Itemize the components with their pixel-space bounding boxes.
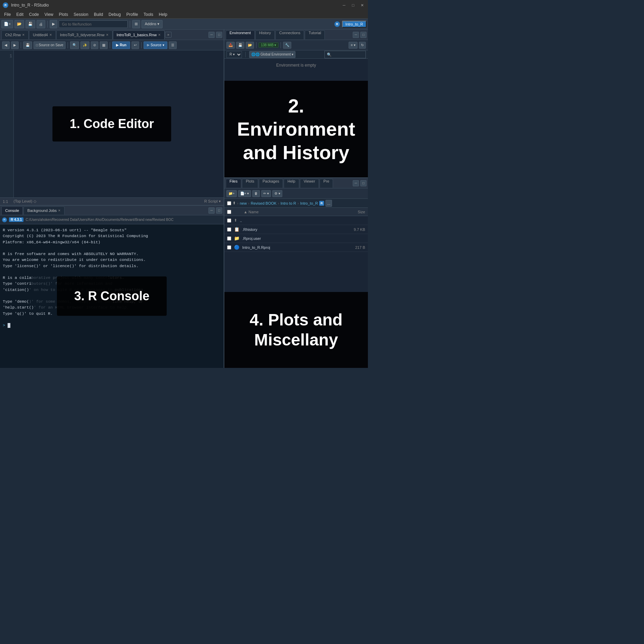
format-button[interactable]: ▦ — [100, 41, 108, 49]
editor-tab-ch2[interactable]: Ch2.Rnw ✕ — [1, 30, 29, 39]
files-tab-help[interactable]: Help — [284, 179, 299, 188]
menu-edit[interactable]: Edit — [13, 11, 26, 18]
env-tab-history[interactable]: History — [255, 30, 275, 39]
memory-badge[interactable]: 138 MiB ▾ — [258, 42, 279, 48]
menu-session[interactable]: Session — [71, 11, 91, 18]
menu-plots[interactable]: Plots — [56, 11, 71, 18]
file-up-row[interactable]: ⬆ .. — [224, 216, 368, 225]
r-console-icon[interactable]: R — [2, 217, 7, 222]
console-tab-background-jobs[interactable]: Background Jobs ✕ — [23, 206, 65, 215]
new-file-files-button[interactable]: 📄+ ▾ — [238, 190, 251, 197]
breadcrumb-new[interactable]: new — [240, 201, 247, 205]
wand-button[interactable]: ⊘ — [91, 41, 98, 49]
menu-debug[interactable]: Debug — [106, 11, 124, 18]
up-folder-link[interactable]: .. — [240, 218, 365, 223]
menu-build[interactable]: Build — [91, 11, 106, 18]
breadcrumb-checkbox[interactable] — [227, 201, 231, 205]
breadcrumb-more-button[interactable]: ... — [325, 200, 332, 207]
close-tab-basics[interactable]: ✕ — [158, 33, 161, 37]
print-button[interactable]: 🖨 — [37, 20, 45, 28]
maximize-console-button[interactable]: □ — [216, 207, 222, 214]
console-prompt-line[interactable]: > — [3, 322, 221, 328]
save-file-button[interactable]: 💾 — [23, 41, 32, 49]
maximize-env-button[interactable]: □ — [360, 32, 367, 38]
close-tab-tidyverse[interactable]: ✕ — [106, 33, 109, 37]
minimize-button[interactable]: ─ — [341, 2, 347, 8]
maximize-button[interactable]: □ — [350, 2, 356, 8]
go-to-file-button[interactable]: ▶ — [50, 20, 57, 28]
project-button[interactable]: Intro_to_R — [342, 21, 367, 28]
file-rprojuser-checkbox[interactable] — [227, 236, 231, 241]
source-more-button[interactable]: ☰ — [169, 41, 177, 49]
magic-button[interactable]: ✨ — [80, 41, 89, 49]
env-tab-environment[interactable]: Environment — [226, 30, 255, 39]
file-rhistory-checkbox[interactable] — [227, 227, 231, 232]
file-row-rhistory[interactable]: 📋 .Rhistory 9.7 KB — [224, 225, 368, 234]
file-rproj-checkbox[interactable] — [227, 245, 231, 250]
close-tab-untitled4[interactable]: ✕ — [49, 33, 52, 37]
forward-button[interactable]: ▶ — [11, 41, 19, 49]
r-version-dropdown[interactable]: R ▾ — [226, 51, 242, 58]
menu-view[interactable]: View — [42, 11, 56, 18]
back-button[interactable]: ◀ — [2, 41, 10, 49]
menu-code[interactable]: Code — [26, 11, 42, 18]
run-button[interactable]: ▶ Run — [112, 41, 130, 49]
menu-tools[interactable]: Tools — [141, 11, 156, 18]
editor-tab-untitled4[interactable]: Untitled4 ✕ — [29, 30, 56, 39]
env-search-input[interactable] — [324, 51, 366, 58]
breadcrumb-intro-to-r[interactable]: Intro to R — [281, 201, 296, 205]
files-more-button[interactable]: ⚙ ▾ — [272, 190, 282, 197]
minimize-editor-button[interactable]: ─ — [208, 32, 215, 38]
file-up-checkbox[interactable] — [227, 218, 231, 223]
console-tab-console[interactable]: Console — [1, 206, 23, 215]
editor-tab-tidyverse[interactable]: IntroToR_3_tidyverse.Rnw ✕ — [56, 30, 113, 39]
menu-profile[interactable]: Profile — [124, 11, 141, 18]
new-file-button[interactable]: 📄+ — [1, 20, 13, 28]
env-list-button[interactable]: ≡ ▾ — [349, 42, 358, 49]
maximize-editor-button[interactable]: □ — [216, 32, 222, 38]
addins-button[interactable]: Addins ▾ — [142, 20, 163, 28]
minimize-files-button[interactable]: ─ — [353, 180, 359, 186]
file-row-rproj[interactable]: 🔵 Intro_to_R.Rproj 217 B — [224, 243, 368, 252]
files-select-all[interactable] — [227, 210, 231, 214]
open-file-button[interactable]: 📂 — [14, 20, 24, 28]
save-button[interactable]: 💾 — [26, 20, 35, 28]
env-tab-connections[interactable]: Connections — [275, 30, 304, 39]
go-to-file-input[interactable] — [59, 20, 128, 28]
breadcrumb-intro-to-r-folder[interactable]: Intro_to_R — [300, 201, 318, 205]
env-import-button[interactable]: 📥 — [226, 42, 235, 49]
source-on-save-button[interactable]: □ Source on Save — [33, 41, 66, 49]
file-type[interactable]: R Script ▾ — [204, 199, 221, 204]
env-load-button[interactable]: 📂 — [246, 42, 254, 49]
rename-file-button[interactable]: ✏ ▾ — [261, 190, 271, 197]
rerun-button[interactable]: ↩ — [131, 41, 139, 49]
global-env-button[interactable]: 🌐 🌐 Global Environment ▾ — [249, 51, 295, 58]
files-tab-viewer[interactable]: Viewer — [300, 179, 319, 188]
editor-tab-basics[interactable]: IntroToR_1_basics.Rnw ✕ — [113, 30, 165, 39]
new-folder-button[interactable]: 📁+ — [226, 190, 237, 197]
menu-help[interactable]: Help — [156, 11, 170, 18]
delete-file-button[interactable]: 🗑 — [252, 190, 260, 197]
breadcrumb-revised-book[interactable]: Revised BOOK — [251, 201, 277, 205]
source-button[interactable]: ⊳ Source ▾ — [144, 41, 167, 49]
minimize-console-button[interactable]: ─ — [208, 207, 215, 214]
files-tab-plots[interactable]: Plots — [242, 179, 258, 188]
files-tab-packages[interactable]: Packages — [259, 179, 283, 188]
tab-overflow-button[interactable]: » — [165, 32, 172, 38]
file-row-rproj-user[interactable]: 📁 .Rproj.user — [224, 234, 368, 243]
close-background-jobs[interactable]: ✕ — [58, 209, 61, 212]
env-refresh-button[interactable]: ↻ — [359, 42, 366, 49]
files-tab-pre[interactable]: Pre — [320, 179, 333, 188]
console-content[interactable]: R version 4.3.1 (2023-06-16 ucrt) -- "Be… — [0, 224, 224, 368]
env-save-button[interactable]: 💾 — [236, 42, 244, 49]
grid-button[interactable]: ⊞ — [132, 20, 140, 28]
close-button[interactable]: ✕ — [359, 2, 365, 8]
minimize-env-button[interactable]: ─ — [353, 32, 359, 38]
env-tab-tutorial[interactable]: Tutorial — [305, 30, 325, 39]
close-tab-ch2[interactable]: ✕ — [22, 33, 25, 37]
env-settings-button[interactable]: 🔧 — [283, 42, 291, 49]
files-tab-files[interactable]: Files — [226, 179, 241, 188]
search-button[interactable]: 🔍 — [70, 41, 79, 49]
maximize-files-button[interactable]: □ — [360, 180, 367, 186]
menu-file[interactable]: File — [1, 11, 13, 18]
